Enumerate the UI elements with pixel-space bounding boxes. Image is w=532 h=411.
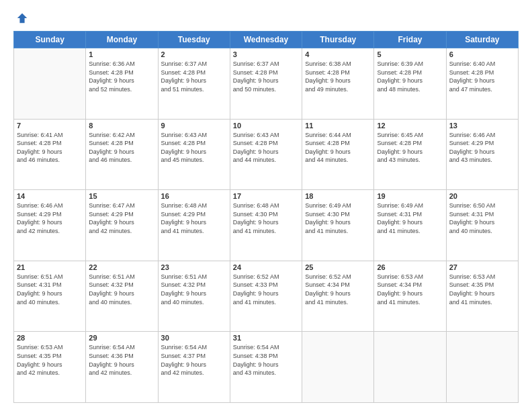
day-info: Sunrise: 6:45 AM Sunset: 4:28 PM Dayligh…	[377, 131, 443, 165]
calendar-cell: 30Sunrise: 6:54 AM Sunset: 4:37 PM Dayli…	[158, 332, 230, 403]
day-number: 11	[305, 122, 371, 130]
day-number: 2	[161, 50, 227, 58]
calendar-cell: 14Sunrise: 6:46 AM Sunset: 4:29 PM Dayli…	[14, 190, 86, 261]
day-info: Sunrise: 6:54 AM Sunset: 4:37 PM Dayligh…	[161, 343, 227, 377]
day-number: 16	[161, 192, 227, 200]
calendar-day-header: Sunday	[14, 32, 86, 48]
calendar-cell: 31Sunrise: 6:54 AM Sunset: 4:38 PM Dayli…	[230, 332, 302, 403]
day-info: Sunrise: 6:38 AM Sunset: 4:28 PM Dayligh…	[305, 60, 371, 93]
calendar-cell: 2Sunrise: 6:37 AM Sunset: 4:28 PM Daylig…	[158, 48, 230, 120]
day-number: 21	[17, 263, 83, 271]
calendar-day-header: Monday	[86, 32, 158, 48]
calendar-cell: 6Sunrise: 6:40 AM Sunset: 4:28 PM Daylig…	[446, 48, 518, 120]
day-number: 17	[233, 192, 299, 200]
day-number: 28	[17, 334, 83, 342]
day-info: Sunrise: 6:53 AM Sunset: 4:35 PM Dayligh…	[17, 343, 83, 377]
day-info: Sunrise: 6:42 AM Sunset: 4:28 PM Dayligh…	[89, 131, 154, 165]
calendar-cell: 20Sunrise: 6:50 AM Sunset: 4:31 PM Dayli…	[446, 190, 518, 261]
calendar-cell: 12Sunrise: 6:45 AM Sunset: 4:28 PM Dayli…	[374, 119, 446, 190]
logo	[13, 12, 28, 24]
day-number: 6	[449, 50, 515, 58]
calendar-week-row: 21Sunrise: 6:51 AM Sunset: 4:31 PM Dayli…	[14, 261, 519, 332]
day-info: Sunrise: 6:54 AM Sunset: 4:38 PM Dayligh…	[233, 343, 299, 377]
calendar-cell: 7Sunrise: 6:41 AM Sunset: 4:28 PM Daylig…	[14, 119, 86, 190]
day-number: 12	[377, 122, 443, 130]
day-info: Sunrise: 6:52 AM Sunset: 4:33 PM Dayligh…	[233, 273, 299, 306]
day-number: 31	[233, 334, 299, 342]
day-number: 22	[89, 263, 154, 271]
calendar-cell: 28Sunrise: 6:53 AM Sunset: 4:35 PM Dayli…	[14, 332, 86, 403]
calendar-cell: 16Sunrise: 6:48 AM Sunset: 4:29 PM Dayli…	[158, 190, 230, 261]
calendar-cell: 1Sunrise: 6:36 AM Sunset: 4:28 PM Daylig…	[86, 48, 158, 120]
calendar-cell: 5Sunrise: 6:39 AM Sunset: 4:28 PM Daylig…	[374, 48, 446, 120]
logo-icon	[16, 12, 28, 24]
day-number: 5	[377, 50, 443, 58]
day-info: Sunrise: 6:41 AM Sunset: 4:28 PM Dayligh…	[17, 131, 83, 165]
day-info: Sunrise: 6:46 AM Sunset: 4:29 PM Dayligh…	[17, 201, 83, 235]
day-info: Sunrise: 6:43 AM Sunset: 4:28 PM Dayligh…	[161, 131, 227, 165]
calendar-day-header: Thursday	[302, 32, 374, 48]
day-number: 24	[233, 263, 299, 271]
day-number: 23	[161, 263, 227, 271]
day-number: 30	[161, 334, 227, 342]
day-info: Sunrise: 6:46 AM Sunset: 4:29 PM Dayligh…	[449, 131, 515, 165]
calendar-week-row: 14Sunrise: 6:46 AM Sunset: 4:29 PM Dayli…	[14, 190, 519, 261]
calendar-week-row: 7Sunrise: 6:41 AM Sunset: 4:28 PM Daylig…	[14, 119, 519, 190]
day-number: 7	[17, 122, 83, 130]
calendar-cell: 24Sunrise: 6:52 AM Sunset: 4:33 PM Dayli…	[230, 261, 302, 332]
calendar-cell: 9Sunrise: 6:43 AM Sunset: 4:28 PM Daylig…	[158, 119, 230, 190]
calendar-cell: 27Sunrise: 6:53 AM Sunset: 4:35 PM Dayli…	[446, 261, 518, 332]
calendar-cell: 8Sunrise: 6:42 AM Sunset: 4:28 PM Daylig…	[86, 119, 158, 190]
calendar-day-header: Saturday	[446, 32, 518, 48]
day-number: 27	[449, 263, 515, 271]
day-info: Sunrise: 6:51 AM Sunset: 4:31 PM Dayligh…	[17, 273, 83, 306]
calendar-cell: 21Sunrise: 6:51 AM Sunset: 4:31 PM Dayli…	[14, 261, 86, 332]
day-info: Sunrise: 6:37 AM Sunset: 4:28 PM Dayligh…	[233, 60, 299, 93]
page: SundayMondayTuesdayWednesdayThursdayFrid…	[0, 0, 532, 411]
calendar-cell: 11Sunrise: 6:44 AM Sunset: 4:28 PM Dayli…	[302, 119, 374, 190]
day-info: Sunrise: 6:51 AM Sunset: 4:32 PM Dayligh…	[89, 273, 154, 306]
day-info: Sunrise: 6:50 AM Sunset: 4:31 PM Dayligh…	[449, 201, 515, 235]
day-info: Sunrise: 6:36 AM Sunset: 4:28 PM Dayligh…	[89, 60, 154, 93]
day-number: 3	[233, 50, 299, 58]
calendar-cell: 29Sunrise: 6:54 AM Sunset: 4:36 PM Dayli…	[86, 332, 158, 403]
calendar-day-header: Wednesday	[230, 32, 302, 48]
day-info: Sunrise: 6:52 AM Sunset: 4:34 PM Dayligh…	[305, 273, 371, 306]
day-info: Sunrise: 6:43 AM Sunset: 4:28 PM Dayligh…	[233, 131, 299, 165]
day-number: 25	[305, 263, 371, 271]
day-info: Sunrise: 6:53 AM Sunset: 4:35 PM Dayligh…	[449, 273, 515, 306]
day-number: 8	[89, 122, 154, 130]
day-info: Sunrise: 6:49 AM Sunset: 4:30 PM Dayligh…	[305, 201, 371, 235]
day-number: 13	[449, 122, 515, 130]
day-number: 26	[377, 263, 443, 271]
calendar-cell	[374, 332, 446, 403]
day-number: 9	[161, 122, 227, 130]
calendar-cell: 26Sunrise: 6:53 AM Sunset: 4:34 PM Dayli…	[374, 261, 446, 332]
day-info: Sunrise: 6:39 AM Sunset: 4:28 PM Dayligh…	[377, 60, 443, 93]
day-info: Sunrise: 6:49 AM Sunset: 4:31 PM Dayligh…	[377, 201, 443, 235]
day-info: Sunrise: 6:48 AM Sunset: 4:30 PM Dayligh…	[233, 201, 299, 235]
calendar-cell	[446, 332, 518, 403]
day-number: 19	[377, 192, 443, 200]
day-info: Sunrise: 6:44 AM Sunset: 4:28 PM Dayligh…	[305, 131, 371, 165]
day-number: 10	[233, 122, 299, 130]
day-info: Sunrise: 6:37 AM Sunset: 4:28 PM Dayligh…	[161, 60, 227, 93]
day-info: Sunrise: 6:40 AM Sunset: 4:28 PM Dayligh…	[449, 60, 515, 93]
calendar-cell: 18Sunrise: 6:49 AM Sunset: 4:30 PM Dayli…	[302, 190, 374, 261]
header	[13, 12, 519, 24]
calendar-cell	[14, 48, 86, 120]
calendar-cell: 22Sunrise: 6:51 AM Sunset: 4:32 PM Dayli…	[86, 261, 158, 332]
day-number: 15	[89, 192, 154, 200]
calendar-cell: 19Sunrise: 6:49 AM Sunset: 4:31 PM Dayli…	[374, 190, 446, 261]
calendar-day-header: Tuesday	[158, 32, 230, 48]
day-info: Sunrise: 6:48 AM Sunset: 4:29 PM Dayligh…	[161, 201, 227, 235]
day-info: Sunrise: 6:53 AM Sunset: 4:34 PM Dayligh…	[377, 273, 443, 306]
calendar-week-row: 1Sunrise: 6:36 AM Sunset: 4:28 PM Daylig…	[14, 48, 519, 120]
day-info: Sunrise: 6:54 AM Sunset: 4:36 PM Dayligh…	[89, 343, 154, 377]
calendar-cell: 13Sunrise: 6:46 AM Sunset: 4:29 PM Dayli…	[446, 119, 518, 190]
calendar-cell: 15Sunrise: 6:47 AM Sunset: 4:29 PM Dayli…	[86, 190, 158, 261]
day-number: 29	[89, 334, 154, 342]
day-info: Sunrise: 6:47 AM Sunset: 4:29 PM Dayligh…	[89, 201, 154, 235]
calendar-day-header: Friday	[374, 32, 446, 48]
calendar-table: SundayMondayTuesdayWednesdayThursdayFrid…	[13, 31, 519, 403]
